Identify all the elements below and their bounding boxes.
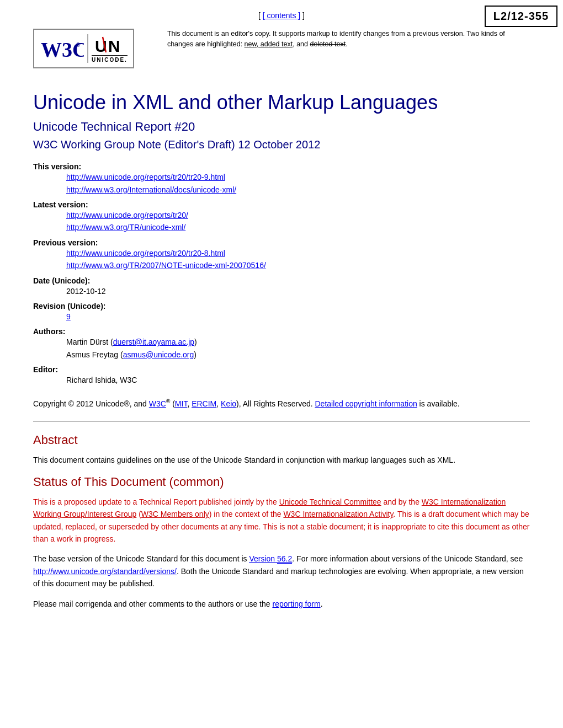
- meta-section: This version: http://www.unicode.org/rep…: [33, 162, 530, 386]
- reporting-line: Please mail corrigenda and other comment…: [33, 598, 530, 610]
- doc-type: W3C Working Group Note (Editor's Draft) …: [33, 138, 530, 151]
- this-version-links: http://www.unicode.org/reports/tr20/tr20…: [66, 171, 530, 196]
- this-version-label: This version:: [33, 162, 530, 171]
- latest-version-label: Latest version:: [33, 200, 530, 209]
- unicode-logo-svg: U N: [95, 34, 124, 55]
- abstract-text: This document contains guidelines on the…: [33, 454, 530, 466]
- w3c-ig-link[interactable]: W3C Internationalization Working Group/I…: [33, 497, 506, 518]
- revision-link[interactable]: 9: [66, 312, 71, 321]
- editor-note: This document is an editor's copy. It su…: [156, 29, 530, 50]
- previous-version-links: http://www.unicode.org/reports/tr20/tr20…: [66, 247, 530, 272]
- author1-email[interactable]: duerst@it.aoyama.ac.jp: [113, 338, 194, 346]
- utc-link[interactable]: Unicode Technical Committee: [279, 497, 381, 506]
- page-title: Unicode in XML and other Markup Language…: [33, 90, 530, 114]
- detailed-copyright-link[interactable]: Detailed copyright information: [315, 399, 417, 408]
- latest-version-link-2[interactable]: http://www.w3.org/TR/unicode-xml/: [66, 223, 185, 232]
- abstract-heading: Abstract: [33, 433, 530, 447]
- date-label: Date (Unicode):: [33, 276, 530, 285]
- w3c-logo-svg: W3C ®: [40, 35, 84, 62]
- authors-list: Martin Dürst (duerst@it.aoyama.ac.jp) As…: [66, 336, 530, 361]
- nav-bar: [ [ contents ] ]: [33, 11, 530, 20]
- version-link[interactable]: Version 56.2: [249, 554, 292, 564]
- versions-url-link[interactable]: http://www.unicode.org/standard/versions…: [33, 567, 177, 576]
- latest-version-links: http://www.unicode.org/reports/tr20/ htt…: [66, 209, 530, 234]
- latest-version-link-1[interactable]: http://www.unicode.org/reports/tr20/: [66, 211, 188, 220]
- w3c-link[interactable]: W3C: [149, 399, 166, 408]
- copyright-line: Copyright © 2012 Unicode®, and W3C® (MIT…: [33, 397, 530, 410]
- logo-area: W3C ® U N UNICODE: [33, 29, 134, 68]
- this-version-link-1[interactable]: http://www.unicode.org/reports/tr20/tr20…: [66, 173, 225, 181]
- proposed-update-paragraph: This is a proposed update to a Technical…: [33, 496, 530, 545]
- w3c-activity-link[interactable]: W3C Internationalization Activity: [283, 510, 393, 518]
- authors-label: Authors:: [33, 327, 530, 336]
- revision-label: Revision (Unicode):: [33, 302, 530, 311]
- this-version-link-2[interactable]: http://www.w3.org/International/docs/uni…: [66, 185, 236, 194]
- contents-link[interactable]: [ contents ]: [263, 11, 300, 20]
- status-heading: Status of This Document (common): [33, 475, 530, 489]
- reporting-form-link[interactable]: reporting form: [272, 599, 320, 608]
- members-only-link[interactable]: W3C Members only: [141, 510, 209, 518]
- svg-text:®: ®: [76, 42, 81, 48]
- revision-value: 9: [66, 311, 530, 323]
- previous-version-label: Previous version:: [33, 238, 530, 247]
- previous-version-link-1[interactable]: http://www.unicode.org/reports/tr20/tr20…: [66, 249, 225, 258]
- version-note-paragraph: The base version of the Unicode Standard…: [33, 553, 530, 590]
- editor-value: Richard Ishida, W3C: [66, 374, 530, 386]
- previous-version-link-2[interactable]: http://www.w3.org/TR/2007/NOTE-unicode-x…: [66, 261, 266, 270]
- doc-subtitle: Unicode Technical Report #20: [33, 120, 530, 134]
- keio-link[interactable]: Keio: [221, 399, 236, 408]
- editor-label: Editor:: [33, 365, 530, 374]
- ercim-link[interactable]: ERCIM: [192, 399, 216, 408]
- date-value: 2012-10-12: [66, 285, 530, 297]
- divider: [33, 421, 530, 422]
- author2-email[interactable]: asmus@unicode.org: [123, 350, 194, 359]
- mit-link[interactable]: MIT: [175, 399, 188, 408]
- svg-text:N: N: [108, 37, 120, 55]
